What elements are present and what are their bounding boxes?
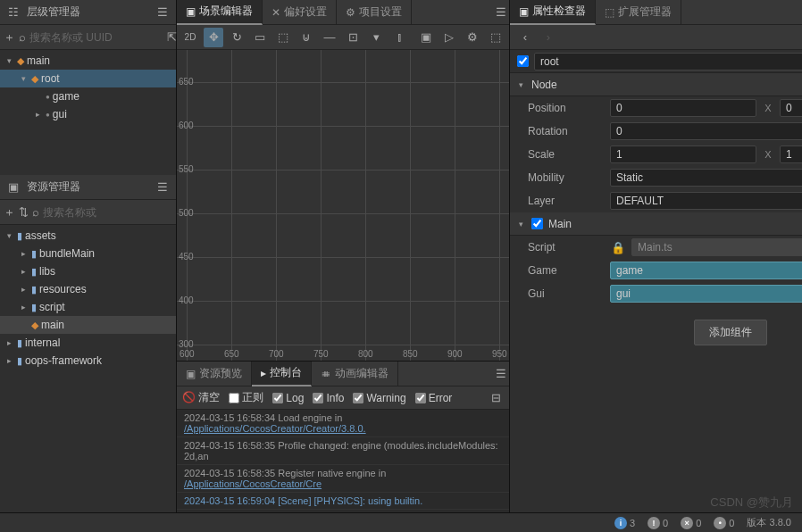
hierarchy-icon: ☷ <box>5 4 21 21</box>
filter-warning[interactable]: Warning <box>353 392 405 404</box>
game-label: Game <box>528 264 605 277</box>
filter-info[interactable]: Info <box>313 392 344 404</box>
assets-title: 资源管理器 <box>27 179 149 195</box>
gui-input[interactable] <box>610 285 802 303</box>
scale-x-input[interactable] <box>610 145 756 163</box>
play-icon[interactable]: ▷ <box>439 28 459 47</box>
console-tabs: ▣资源预览 ▸控制台 ⩩动画编辑器 ☰ <box>177 362 509 387</box>
settings-icon[interactable]: ⚙ <box>463 28 482 47</box>
tab-project-settings[interactable]: ⚙项目设置 <box>337 0 412 25</box>
tree-row[interactable]: ◆main <box>0 316 176 334</box>
snap-tool-icon[interactable]: ⊡ <box>343 28 363 47</box>
main-active-checkbox[interactable] <box>531 218 543 229</box>
tree-row[interactable]: ▸▮script <box>0 298 176 316</box>
scale-tool-icon[interactable]: ⬚ <box>273 28 293 47</box>
align-tool-icon[interactable]: ▾ <box>366 28 386 47</box>
collapse-icon[interactable]: ⇱ <box>167 28 177 47</box>
warn-icon: ! <box>647 517 660 529</box>
add-component-button[interactable]: 添加组件 <box>694 320 767 345</box>
gui-label: Gui <box>528 287 605 300</box>
tab-inspector[interactable]: ▣属性检查器 <box>510 0 596 25</box>
status-other[interactable]: •0 <box>714 517 734 529</box>
assets-icon: ▣ <box>5 179 21 195</box>
search-icon[interactable]: ⌕ <box>19 28 26 47</box>
sort-icon[interactable]: ⇅ <box>19 203 29 222</box>
tree-row[interactable]: ▸▮oops-framework <box>0 352 176 370</box>
tree-row[interactable]: ▾▮assets <box>0 227 176 245</box>
console-icon: ▸ <box>261 367 266 379</box>
tree-row[interactable]: ▸▮libs <box>0 262 176 280</box>
regex-checkbox[interactable]: 正则 <box>229 390 263 405</box>
scene-tabs: ▣场景编辑器 ✕偏好设置 ⚙项目设置 ☰ <box>177 0 509 25</box>
back-icon[interactable]: ‹ <box>517 29 533 46</box>
anchor-tool-icon[interactable]: ⊍ <box>297 28 316 47</box>
console-log[interactable]: 2024-03-15 16:58:34 Load engine in /Appl… <box>177 410 509 512</box>
camera-icon[interactable]: ▣ <box>416 28 436 47</box>
tree-row[interactable]: ▸●gui <box>0 105 176 123</box>
status-info[interactable]: i3 <box>614 517 635 529</box>
inspector-icon: ▣ <box>519 5 529 18</box>
tree-row[interactable]: ●game <box>0 87 176 105</box>
move-tool-icon[interactable]: ✥ <box>204 28 223 47</box>
scene-tab-icon: ▣ <box>186 5 196 18</box>
tree-row[interactable]: ▸▮bundleMain <box>0 245 176 262</box>
assets-search-input[interactable] <box>43 206 177 219</box>
filter-error[interactable]: Error <box>415 392 453 404</box>
version-label: 版本 3.8.0 <box>747 516 791 529</box>
hierarchy-toolbar: ＋ ⌕ ⇱ <box>0 25 176 50</box>
ruler-tool-icon[interactable]: ⫿ <box>389 28 409 47</box>
inspector-nav: ‹ › 📌 <box>510 25 802 50</box>
dot-icon: • <box>714 517 726 529</box>
tab-asset-preview[interactable]: ▣资源预览 <box>177 362 252 387</box>
gear-icon: ⚙ <box>346 6 355 19</box>
node-name-input[interactable] <box>534 53 802 71</box>
rect-tool-icon[interactable]: ▭ <box>250 28 270 47</box>
node-section-head[interactable]: ▾ Node ? ⋮ <box>510 73 802 96</box>
scene-menu-icon[interactable]: ☰ <box>493 4 509 21</box>
tab-extensions[interactable]: ⬚扩展管理器 <box>596 0 681 25</box>
log-line: 2024-03-15 16:58:35 Register native engi… <box>177 465 509 493</box>
tool-icon[interactable]: — <box>320 28 339 47</box>
position-x-input[interactable] <box>610 99 756 117</box>
folder-icon: ▣ <box>186 368 196 380</box>
console-menu-icon[interactable]: ☰ <box>493 366 509 382</box>
tab-preferences[interactable]: ✕偏好设置 <box>263 0 337 25</box>
rotation-z-input[interactable] <box>610 122 802 140</box>
scale-label: Scale <box>528 148 605 161</box>
position-y-input[interactable] <box>780 99 802 117</box>
filter-log[interactable]: Log <box>272 392 304 404</box>
node-active-checkbox[interactable] <box>517 55 529 67</box>
extension-icon: ⬚ <box>605 6 614 19</box>
device-icon[interactable]: ⬚ <box>486 28 505 47</box>
scene-canvas[interactable]: 6506005505004504003006006507007508008509… <box>177 50 509 361</box>
scale-y-input[interactable] <box>780 145 802 163</box>
hierarchy-header: ☷ 层级管理器 ☰ <box>0 0 176 25</box>
script-input <box>631 238 802 256</box>
search-icon[interactable]: ⌕ <box>32 203 39 222</box>
layer-select[interactable]: DEFAULT▾ <box>610 192 802 210</box>
status-warn[interactable]: !0 <box>647 517 668 529</box>
tree-row[interactable]: ▸▮internal <box>0 334 176 352</box>
game-input[interactable] <box>610 262 802 279</box>
clear-button[interactable]: 🚫 清空 <box>182 390 220 405</box>
assets-header: ▣ 资源管理器 ☰ <box>0 175 176 200</box>
console-opts-icon[interactable]: ⊟ <box>488 390 504 406</box>
tree-row[interactable]: ▸▮resources <box>0 280 176 298</box>
tab-scene-editor[interactable]: ▣场景编辑器 <box>177 0 263 25</box>
tab-animation[interactable]: ⩩动画编辑器 <box>312 362 398 387</box>
add-node-icon[interactable]: ＋ <box>4 28 15 47</box>
add-asset-icon[interactable]: ＋ <box>4 203 15 222</box>
tab-console[interactable]: ▸控制台 <box>252 362 312 387</box>
tree-row[interactable]: ▾◆main <box>0 52 176 70</box>
status-err[interactable]: ×0 <box>681 517 701 529</box>
tree-row[interactable]: ▾◆root <box>0 70 176 87</box>
hierarchy-menu-icon[interactable]: ☰ <box>155 4 171 21</box>
error-icon: × <box>681 517 693 529</box>
main-section-head[interactable]: ▾ Main ⋮ <box>510 212 802 236</box>
hierarchy-search-input[interactable] <box>29 31 163 44</box>
mode-2d-button[interactable]: 2D <box>180 28 200 47</box>
assets-menu-icon[interactable]: ☰ <box>155 179 171 195</box>
forward-icon[interactable]: › <box>540 29 556 46</box>
mobility-select[interactable]: Static▾ <box>610 169 802 187</box>
rotate-tool-icon[interactable]: ↻ <box>227 28 246 47</box>
